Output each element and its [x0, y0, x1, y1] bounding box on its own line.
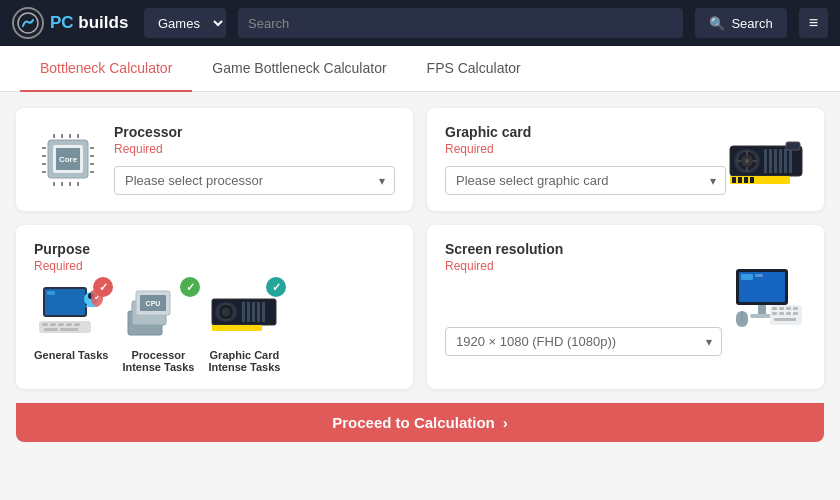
svg-rect-73 [741, 274, 753, 280]
svg-point-25 [745, 159, 749, 163]
svg-rect-78 [772, 307, 777, 310]
svg-rect-68 [257, 302, 260, 322]
purpose-processor-img-wrap: CPU ✓ [122, 283, 194, 343]
svg-rect-70 [212, 325, 262, 331]
gpu-card: Graphic card Required Please select grap… [427, 108, 824, 211]
proceed-label: Proceed to Calculation [332, 414, 495, 431]
gpu-select[interactable]: Please select graphic card [445, 166, 726, 195]
svg-rect-49 [66, 323, 72, 326]
svg-rect-66 [247, 302, 250, 322]
svg-rect-74 [755, 274, 763, 277]
gpu-title: Graphic card [445, 124, 726, 140]
svg-point-64 [222, 308, 230, 316]
gpu-required: Required [445, 142, 726, 156]
svg-text:Core: Core [59, 155, 78, 164]
processor-title: Processor [114, 124, 395, 140]
purpose-processor-check: ✓ [180, 277, 200, 297]
logo-pc: PC [50, 13, 74, 32]
processor-card: Core [16, 108, 413, 211]
proceed-button[interactable]: Proceed to Calculation › [16, 403, 824, 442]
resolution-select-wrapper: 1920 × 1080 (FHD (1080p)) 2560 × 1440 (Q… [445, 327, 722, 356]
tab-fps[interactable]: FPS Calculator [407, 46, 541, 92]
purpose-gpu-check: ✓ [266, 277, 286, 297]
search-icon: 🔍 [709, 16, 725, 31]
cpu-image: Core [34, 130, 102, 190]
games-dropdown[interactable]: Games [144, 8, 226, 38]
purpose-general-label: General Tasks [34, 349, 108, 361]
svg-rect-50 [74, 323, 80, 326]
processor-select-wrapper: Please select processor [114, 166, 395, 195]
processor-select[interactable]: Please select processor [114, 166, 395, 195]
svg-rect-80 [786, 307, 791, 310]
gpu-card-left: Graphic card Required Please select grap… [445, 124, 726, 195]
tab-game-bottleneck[interactable]: Game Bottleneck Calculator [192, 46, 406, 92]
gpu-select-wrapper: Please select graphic card [445, 166, 726, 195]
svg-rect-44 [47, 291, 55, 295]
resolution-card: Screen resolution Required 1920 × 1080 (… [427, 225, 824, 389]
svg-rect-35 [789, 149, 792, 173]
monitor-image [732, 267, 806, 331]
resolution-card-inner: Screen resolution Required 1920 × 1080 (… [445, 241, 806, 356]
resolution-required: Required [445, 259, 722, 273]
logo-icon [12, 7, 44, 39]
cards-grid: Core [16, 108, 824, 389]
svg-rect-33 [779, 149, 782, 173]
svg-rect-46 [42, 323, 48, 326]
svg-text:CPU: CPU [146, 300, 161, 307]
processor-required: Required [114, 142, 395, 156]
resolution-select[interactable]: 1920 × 1080 (FHD (1080p)) 2560 × 1440 (Q… [445, 327, 722, 356]
logo-builds: builds [74, 13, 129, 32]
purpose-general-check: ✓ [93, 277, 113, 297]
main-search-input[interactable] [238, 8, 683, 38]
svg-rect-85 [793, 312, 798, 315]
svg-rect-32 [774, 149, 777, 173]
svg-rect-75 [758, 305, 766, 315]
search-button[interactable]: 🔍 Search [695, 8, 786, 38]
purpose-required: Required [34, 259, 395, 273]
purpose-processor-tasks[interactable]: CPU ✓ ProcessorIntense Tasks [122, 283, 194, 373]
purpose-general-img-wrap: ✓ ✓ [35, 283, 107, 343]
purpose-card: Purpose Required [16, 225, 413, 389]
processor-card-right: Processor Required Please select process… [114, 124, 395, 195]
purpose-general-tasks[interactable]: ✓ ✓ General Tasks [34, 283, 108, 373]
purpose-title: Purpose [34, 241, 395, 257]
search-btn-label: Search [731, 16, 772, 31]
svg-rect-41 [750, 177, 754, 183]
svg-rect-34 [784, 149, 787, 173]
svg-rect-83 [779, 312, 784, 315]
purpose-gpu-label: Graphic CardIntense Tasks [208, 349, 280, 373]
svg-rect-84 [786, 312, 791, 315]
tab-bottleneck[interactable]: Bottleneck Calculator [20, 46, 192, 92]
svg-rect-47 [50, 323, 56, 326]
svg-rect-45 [39, 321, 91, 333]
logo: PC builds [12, 7, 132, 39]
resolution-left: Screen resolution Required 1920 × 1080 (… [445, 241, 722, 356]
svg-rect-67 [252, 302, 255, 322]
purpose-processor-label: ProcessorIntense Tasks [122, 349, 194, 373]
svg-rect-79 [779, 307, 784, 310]
svg-rect-52 [60, 328, 78, 331]
svg-rect-38 [732, 177, 736, 183]
gpu-image [726, 132, 806, 188]
purpose-gpu-img-wrap: ✓ [208, 283, 280, 343]
svg-rect-36 [786, 142, 800, 150]
svg-rect-30 [764, 149, 767, 173]
svg-rect-65 [242, 302, 245, 322]
purpose-icons-row: ✓ ✓ General Tasks [34, 283, 395, 373]
menu-button[interactable]: ≡ [799, 8, 828, 38]
svg-rect-82 [772, 312, 777, 315]
svg-rect-81 [793, 307, 798, 310]
svg-rect-86 [774, 318, 796, 321]
menu-icon: ≡ [809, 14, 818, 31]
resolution-title: Screen resolution [445, 241, 722, 257]
main-content: Core [0, 92, 840, 500]
svg-rect-39 [738, 177, 742, 183]
tabs-bar: Bottleneck Calculator Game Bottleneck Ca… [0, 46, 840, 92]
proceed-arrow: › [503, 414, 508, 431]
svg-rect-31 [769, 149, 772, 173]
svg-rect-48 [58, 323, 64, 326]
purpose-gpu-tasks[interactable]: ✓ Graphic CardIntense Tasks [208, 283, 280, 373]
logo-label: PC builds [50, 13, 128, 33]
svg-rect-69 [262, 302, 265, 322]
svg-rect-40 [744, 177, 748, 183]
